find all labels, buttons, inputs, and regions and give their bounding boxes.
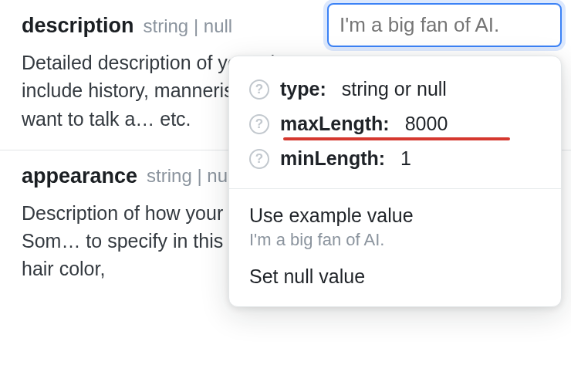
schema-meta-row-type: ? type string or null xyxy=(249,72,541,106)
schema-meta-key: type xyxy=(280,78,326,100)
field-type-label: string | null xyxy=(147,165,236,187)
value-input-wrap xyxy=(327,3,562,47)
schema-meta-key: minLength xyxy=(280,147,385,170)
api-field-editor: description string | null Detailed descr… xyxy=(0,0,571,392)
field-schema-popover: ? type string or null ? maxLength 8000 ?… xyxy=(228,56,562,307)
schema-meta-list: ? type string or null ? maxLength 8000 ?… xyxy=(229,72,561,189)
action-label: Use example value xyxy=(249,204,541,227)
help-icon[interactable]: ? xyxy=(249,149,269,169)
schema-meta-value: 1 xyxy=(400,147,411,170)
field-name: description xyxy=(22,14,134,38)
set-null-value-action[interactable]: Set null value xyxy=(249,258,541,296)
schema-meta-row-minlength: ? minLength 1 xyxy=(249,141,541,176)
action-preview: I'm a big fan of AI. xyxy=(249,230,541,250)
field-name: appearance xyxy=(22,164,137,188)
schema-meta-row-maxlength: ? maxLength 8000 xyxy=(249,106,541,141)
field-type-label: string | null xyxy=(144,15,233,37)
action-label: Set null value xyxy=(249,265,541,288)
use-example-value-action[interactable]: Use example value I'm a big fan of AI. xyxy=(249,197,541,258)
popover-actions: Use example value I'm a big fan of AI. S… xyxy=(229,189,561,300)
emphasis-underline xyxy=(283,137,510,140)
schema-meta-value: 8000 xyxy=(405,113,448,135)
help-icon[interactable]: ? xyxy=(249,114,269,134)
description-value-input[interactable] xyxy=(327,3,562,47)
help-icon[interactable]: ? xyxy=(249,79,269,100)
schema-meta-value: string or null xyxy=(342,78,447,100)
schema-meta-key: maxLength xyxy=(280,113,390,135)
